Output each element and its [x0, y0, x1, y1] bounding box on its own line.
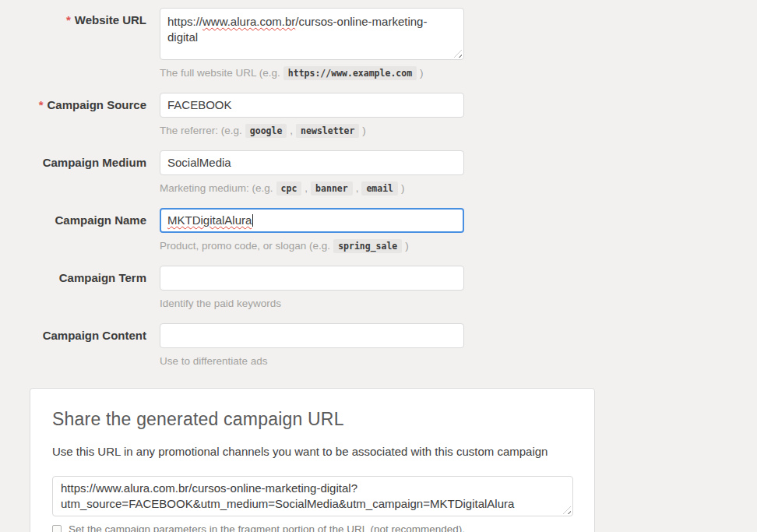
help-text: ,: [305, 182, 308, 194]
example-chip: https://www.example.com: [283, 66, 417, 80]
field-label: Campaign Term: [59, 271, 146, 284]
help-text: ): [362, 125, 366, 136]
example-chip: banner: [311, 181, 353, 196]
field-label: Campaign Name: [55, 213, 146, 227]
campaign-content-help: Use to differentiate ads: [160, 355, 464, 368]
help-text: ): [401, 182, 405, 194]
required-asterisk: *: [39, 98, 44, 111]
generated-campaign-url-textarea[interactable]: https://www.alura.com.br/cursos-online-m…: [52, 476, 573, 516]
field-row-campaign-medium: Campaign Medium SocialMedia Marketing me…: [0, 150, 757, 195]
campaign-content-input[interactable]: [160, 323, 464, 348]
campaign-medium-help: Marketing medium: (e.g.cpc,banner,email): [160, 182, 464, 195]
website-url-help: The full website URL (e.g.https://www.ex…: [160, 67, 464, 79]
example-chip: google: [245, 124, 287, 138]
field-label: Campaign Content: [43, 329, 146, 342]
campaign-content-input-cell: Use to differentiate ads: [160, 323, 464, 368]
generated-url-line: utm_source=FACEBOOK&utm_medium=SocialMed…: [61, 496, 565, 512]
example-chip: newsletter: [296, 124, 359, 138]
url-scheme-text: https://: [167, 15, 202, 28]
share-card-description: Use this URL in any promotional channels…: [52, 445, 572, 458]
url-host-text-misspelled: www.alura.com.br: [202, 15, 295, 28]
campaign-term-help: Identify the paid keywords: [160, 298, 464, 310]
field-row-campaign-source: *Campaign Source FACEBOOK The referrer: …: [0, 93, 757, 137]
campaign-name-input[interactable]: MKTDigitalAlura: [160, 208, 464, 233]
campaign-medium-input-cell: SocialMedia Marketing medium: (e.g.cpc,b…: [160, 150, 464, 195]
required-asterisk: *: [66, 13, 71, 26]
campaign-term-label: Campaign Term: [0, 266, 146, 284]
generated-url-line: https://www.alura.com.br/cursos-online-m…: [61, 481, 565, 496]
campaign-source-label: *Campaign Source: [0, 93, 146, 111]
campaign-name-value-misspelled: MKTDigitalAlura: [167, 213, 252, 227]
campaign-source-input-cell: FACEBOOK The referrer: (e.g.google,newsl…: [160, 93, 464, 137]
help-text: ,: [356, 182, 359, 194]
campaign-term-input[interactable]: [160, 266, 464, 291]
field-row-website-url: *Website URL https://www.alura.com.br/cu…: [0, 8, 757, 79]
fragment-option-row: Set the campaign parameters in the fragm…: [52, 523, 572, 532]
help-text: Identify the paid keywords: [160, 298, 281, 309]
campaign-name-label: Campaign Name: [0, 208, 146, 227]
campaign-source-help: The referrer: (e.g.google,newsletter): [160, 125, 464, 137]
campaign-term-input-cell: Identify the paid keywords: [160, 266, 464, 310]
website-url-textarea[interactable]: https://www.alura.com.br/cursos-online-m…: [160, 8, 464, 60]
campaign-source-input[interactable]: FACEBOOK: [160, 93, 464, 118]
help-text: ): [405, 240, 409, 252]
field-row-campaign-content: Campaign Content Use to differentiate ad…: [0, 323, 757, 368]
campaign-name-help: Product, promo code, or slogan (e.g.spri…: [160, 240, 464, 252]
help-text: Product, promo code, or slogan (e.g.: [160, 240, 330, 252]
campaign-medium-input[interactable]: SocialMedia: [160, 150, 464, 175]
share-card-title: Share the generated campaign URL: [52, 409, 572, 430]
example-chip: spring_sale: [333, 239, 402, 253]
campaign-medium-label: Campaign Medium: [0, 150, 146, 169]
help-text: Use to differentiate ads: [160, 355, 268, 367]
campaign-url-builder-form: *Website URL https://www.alura.com.br/cu…: [0, 0, 757, 368]
website-url-label: *Website URL: [0, 8, 146, 26]
fragment-checkbox[interactable]: [52, 525, 62, 532]
website-url-input-cell: https://www.alura.com.br/cursos-online-m…: [160, 8, 464, 79]
text-cursor: [252, 214, 253, 227]
campaign-name-input-cell: MKTDigitalAlura Product, promo code, or …: [160, 208, 464, 252]
example-chip: cpc: [276, 181, 302, 196]
field-row-campaign-term: Campaign Term Identify the paid keywords: [0, 266, 757, 310]
resize-handle-icon[interactable]: [454, 50, 462, 58]
example-chip: email: [361, 181, 398, 196]
help-text: ): [420, 67, 424, 79]
field-label: Campaign Medium: [43, 156, 146, 169]
field-label: Website URL: [75, 13, 146, 26]
fragment-checkbox-label: Set the campaign parameters in the fragm…: [69, 523, 465, 532]
field-row-campaign-name: Campaign Name MKTDigitalAlura Product, p…: [0, 208, 757, 252]
field-label: Campaign Source: [47, 98, 146, 111]
campaign-content-label: Campaign Content: [0, 323, 146, 342]
share-campaign-url-card: Share the generated campaign URL Use thi…: [30, 388, 595, 532]
help-text: The referrer: (e.g.: [160, 125, 242, 136]
help-text: ,: [290, 125, 293, 136]
help-text: Marketing medium: (e.g.: [160, 182, 273, 194]
help-text: The full website URL (e.g.: [160, 67, 280, 79]
